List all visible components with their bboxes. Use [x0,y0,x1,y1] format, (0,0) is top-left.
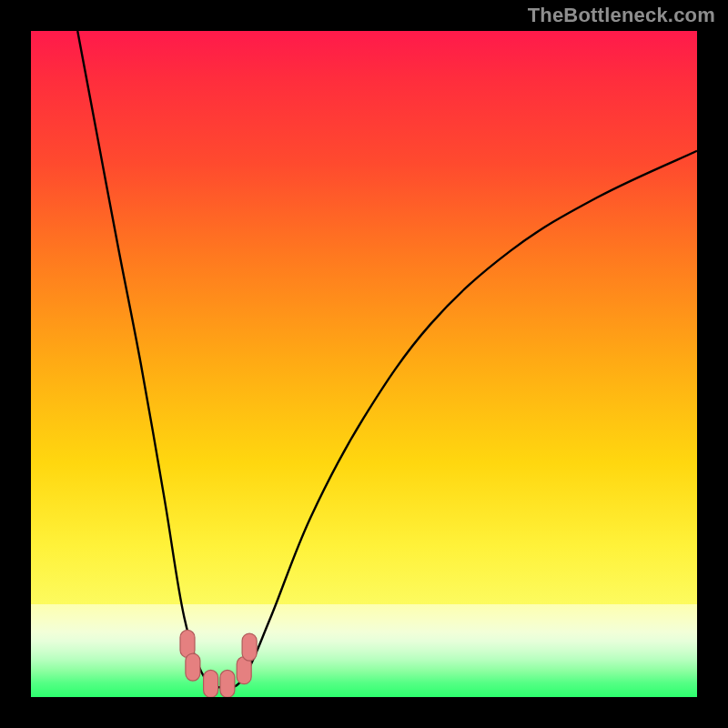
marker-1 [186,653,200,681]
marker-3 [220,670,235,697]
watermark-text: TheBottleneck.com [528,4,715,27]
marker-2 [204,670,218,697]
chart-overlay [31,31,697,697]
bottleneck-curve [77,31,697,687]
marker-5 [242,633,257,661]
outer-frame: TheBottleneck.com [0,0,728,728]
plot-area [31,31,697,697]
data-markers [180,630,257,697]
